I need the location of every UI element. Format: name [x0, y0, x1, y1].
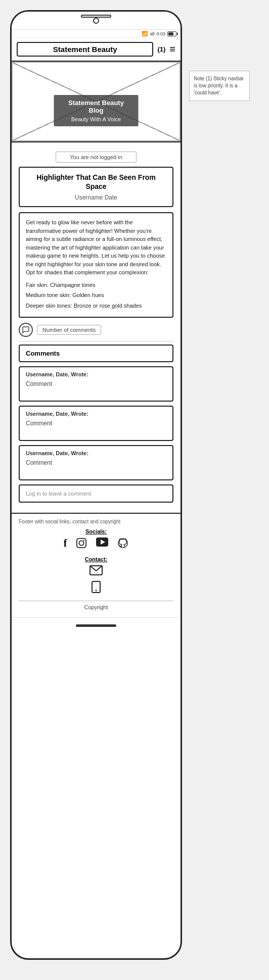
wifi-icon: 📶 — [142, 31, 148, 36]
status-bar: 📶 all 0:03 — [12, 30, 181, 38]
comment-bubble-icon — [19, 323, 33, 337]
navbar-title: Statement Beauty — [17, 42, 153, 57]
comments-header: Comments — [19, 345, 173, 362]
article-intro: Get ready to glow like never before with… — [26, 218, 166, 277]
navbar-badge: (1) — [157, 45, 165, 53]
comment-text-2: Comment — [26, 420, 166, 427]
email-icon[interactable] — [89, 565, 103, 578]
comment-text-1: Comment — [26, 380, 166, 387]
comment-meta-1: Username, Date, Wrote: — [26, 371, 166, 377]
comment-text-3: Comment — [26, 459, 166, 466]
comment-meta-2: Username, Date, Wrote: — [26, 411, 166, 417]
svg-point-1 — [79, 541, 84, 546]
comments-count-row: Number of comments — [19, 323, 173, 337]
phone-icon[interactable] — [91, 581, 101, 596]
phone-top — [12, 12, 181, 30]
main-content: You are not logged in Highlighter That C… — [12, 142, 181, 513]
hamburger-menu-icon[interactable]: ≡ — [169, 43, 175, 55]
svg-rect-0 — [77, 538, 86, 548]
blog-tagline: Beauty With A Voice — [62, 116, 130, 122]
copyright-bar: Copyright — [19, 601, 173, 612]
skin-tip-1: Fair skin: Champagne tones — [26, 281, 166, 289]
hero-overlay: Statement Beauty Blog Beauty With A Voic… — [54, 95, 139, 126]
comment-meta-3: Username, Date, Wrote: — [26, 450, 166, 456]
side-note: Note (1) Sticky navbar is low priority. … — [189, 71, 250, 101]
comment-item: Username, Date, Wrote: Comment — [19, 445, 173, 480]
phone-frame: 📶 all 0:03 Statement Beauty (1) ≡ Statem… — [10, 10, 182, 960]
status-time: 0:03 — [156, 31, 165, 36]
blog-title: Statement Beauty Blog — [62, 99, 130, 114]
footer-note: Footer with social links, contact and co… — [19, 519, 173, 524]
contact-icons-col — [19, 565, 173, 596]
hero-image: Statement Beauty Blog Beauty With A Voic… — [12, 62, 181, 142]
skin-tip-3: Deeper skin tones: Bronze or rose gold s… — [26, 302, 166, 310]
navbar: Statement Beauty (1) ≡ — [12, 38, 181, 62]
instagram-icon[interactable] — [76, 537, 87, 551]
article-title: Highlighter That Can Be Seen From Space — [26, 173, 166, 191]
login-status: You are not logged in — [56, 152, 137, 163]
phone-home-bar — [76, 624, 116, 627]
article-card: Highlighter That Can Be Seen From Space … — [19, 167, 173, 207]
article-meta: Username Date — [26, 194, 166, 201]
phone-bottom — [12, 617, 181, 633]
github-icon[interactable] — [117, 537, 128, 551]
social-icons-row: f — [19, 537, 173, 551]
article-body: Get ready to glow like never before with… — [19, 212, 173, 318]
svg-point-2 — [83, 540, 84, 541]
skin-tip-2: Medium tone skin: Golden hues — [26, 291, 166, 300]
battery-tip — [177, 32, 178, 35]
contact-label: Contact: — [19, 556, 173, 562]
divider — [19, 341, 173, 341]
youtube-icon[interactable] — [96, 537, 108, 551]
battery-icon — [167, 31, 176, 36]
comment-item: Username, Date, Wrote: Comment — [19, 406, 173, 441]
socials-label: Socials: — [19, 528, 173, 534]
signal-icon: all — [150, 31, 154, 36]
phone-camera — [93, 18, 99, 24]
comment-item: Username, Date, Wrote: Comment — [19, 366, 173, 402]
footer: Footer with social links, contact and co… — [12, 513, 181, 617]
leave-comment-input[interactable]: Log in to leave a comment — [19, 484, 173, 503]
facebook-icon[interactable]: f — [64, 537, 67, 551]
comments-count-label: Number of comments — [37, 325, 101, 335]
battery-fill — [168, 32, 173, 35]
